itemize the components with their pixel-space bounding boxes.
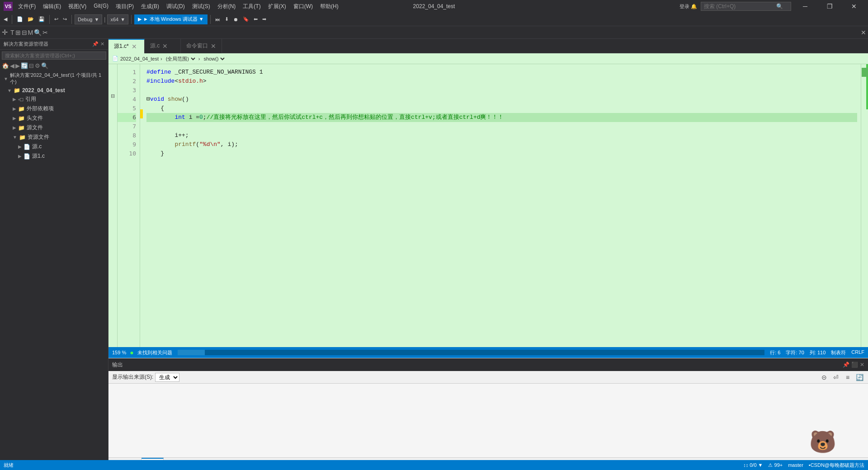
warnings-badge[interactable]: ⚠ 99+ <box>768 462 783 468</box>
output-float-icon[interactable]: ⬛ <box>851 362 858 368</box>
code-editor[interactable]: ⊟ 1 2 3 4 5 6 7 8 9 10 <box>108 64 868 347</box>
horizontal-scrollbar[interactable] <box>178 350 765 355</box>
sb-icon-home[interactable]: 🏠 <box>2 62 9 69</box>
debug-config-dropdown[interactable]: Debug ▼ <box>75 14 102 24</box>
tab-yuan[interactable]: 源.c ✕ <box>145 39 181 53</box>
tb-nav2[interactable]: ➡ <box>260 15 268 23</box>
tree-references[interactable]: ▶ ◦□ 引用 <box>0 94 108 104</box>
tb-undo[interactable]: ↩ <box>52 15 60 23</box>
search-input[interactable] <box>704 3 776 9</box>
breadcrumb-symbol-select[interactable]: show() <box>202 56 226 62</box>
tb-breakpoint[interactable]: ⏺ <box>231 16 240 23</box>
close-button[interactable]: ✕ <box>844 0 864 13</box>
yuan-icon: 📄 <box>24 144 30 150</box>
tab-cmd-close[interactable]: ✕ <box>211 42 216 50</box>
tree-external-deps[interactable]: ▶ 📁 外部依赖项 <box>0 104 108 113</box>
menu-window[interactable]: 窗口(W) <box>290 1 316 12</box>
menu-tools[interactable]: 工具(T) <box>239 1 264 12</box>
tb-new[interactable]: 📄 <box>15 15 25 23</box>
tb-step-into[interactable]: ⬇ <box>223 15 231 23</box>
tb2-icon2[interactable]: T <box>10 29 14 36</box>
tb-step-over[interactable]: ⏭ <box>213 16 222 23</box>
menu-extensions[interactable]: 扩展(X) <box>264 1 290 12</box>
menu-test[interactable]: 测试(S) <box>189 1 214 12</box>
scroll-thumb[interactable] <box>178 350 205 355</box>
tab-yuan1[interactable]: 源1.c* ✕ <box>108 39 145 53</box>
fold-indicator4[interactable]: ⊟ <box>108 91 117 100</box>
code-str-9: "%d\n" <box>199 140 221 149</box>
sidebar-close-icon[interactable]: ✕ <box>100 41 104 47</box>
sb-icon-settings[interactable]: ⚙ <box>35 62 40 69</box>
tb2-icon6[interactable]: 🔍 <box>34 29 42 36</box>
menu-analyze[interactable]: 分析(N) <box>214 1 240 12</box>
restore-button[interactable]: ❐ <box>819 0 840 13</box>
menu-edit[interactable]: 编辑(E) <box>39 1 65 12</box>
zoom-level[interactable]: 159 % <box>112 350 126 355</box>
output-clear-btn[interactable]: ⊝ <box>819 372 829 382</box>
tb-redo[interactable]: ↪ <box>61 15 69 23</box>
tab-yuan1-close[interactable]: ✕ <box>132 43 137 50</box>
sb-icon-back[interactable]: ◀ <box>10 62 14 69</box>
counter-badge[interactable]: ↕↕ 0/0 ▼ <box>743 462 763 468</box>
tree-headers[interactable]: ▶ 📁 头文件 <box>0 113 108 123</box>
login-text[interactable]: 登录 🔔 <box>679 3 697 10</box>
sb-icon-forward[interactable]: ▶ <box>15 62 20 69</box>
line-ending-info[interactable]: CRLF <box>851 349 864 356</box>
sb-icon-collapse[interactable]: ⊟ <box>29 62 34 69</box>
output-copy-btn[interactable]: ≡ <box>843 372 853 382</box>
code-text-8: i++; <box>146 131 189 140</box>
fold-empty5 <box>108 100 117 109</box>
output-source-select[interactable]: 生成 调试 <box>155 373 179 382</box>
branch-label[interactable]: master <box>788 462 803 468</box>
code-content[interactable]: #define _CRT_SECURE_NO_WARNINGS 1 #inclu… <box>143 64 861 347</box>
tb2-icon4[interactable]: ⊟ <box>22 29 27 36</box>
col-info: 列: 110 <box>810 349 826 356</box>
global-statusbar: 就绪 ↕↕ 0/0 ▼ ⚠ 99+ master •CSDN@每晚都破题方法 <box>0 460 868 470</box>
tb2-icon7[interactable]: ✂ <box>42 29 48 36</box>
output-header-controls: 📌 ⬛ ✕ <box>843 362 864 368</box>
run-button[interactable]: ▶ ► 本地 Windows 调试器 ▼ <box>134 14 208 24</box>
output-wrap-btn[interactable]: ⏎ <box>831 372 841 382</box>
tree-solution[interactable]: ▼ 解决方案'2022_04_04_test'(1 个项目/共 1 个) <box>0 71 108 86</box>
format-info[interactable]: 制表符 <box>831 349 846 356</box>
tb2-icon1[interactable]: ✛ <box>2 28 8 37</box>
tab-cmd[interactable]: 命令窗口 ✕ <box>181 39 222 53</box>
tb2-icon3[interactable]: ⊞ <box>15 29 21 36</box>
menu-file[interactable]: 文件(F) <box>14 1 39 12</box>
output-close-icon[interactable]: ✕ <box>860 362 864 368</box>
code-text-6c: ; <box>203 113 207 122</box>
platform-dropdown[interactable]: x64 ▼ <box>107 14 128 24</box>
minimize-button[interactable]: ─ <box>795 0 816 13</box>
code-text-2b: > <box>203 77 207 86</box>
tree-src-folder[interactable]: ▶ 📁 源文件 <box>0 123 108 132</box>
tb-bookmark[interactable]: 🔖 <box>241 15 251 23</box>
menu-project[interactable]: 项目(P) <box>112 1 137 12</box>
output-pin-icon[interactable]: 📌 <box>843 362 849 368</box>
menu-help[interactable]: 帮助(H) <box>316 1 342 12</box>
output-panel: 输出 📌 ⬛ ✕ 显示输出来源(S): 生成 调试 ⊝ ⏎ <box>108 358 868 457</box>
sb-icon-sync[interactable]: 🔄 <box>21 62 28 69</box>
tree-project[interactable]: ▼ 📁 2022_04_04_test <box>0 86 108 94</box>
tab-yuan-close[interactable]: ✕ <box>162 42 168 50</box>
tb-nav1[interactable]: ⬅ <box>252 15 259 23</box>
menu-debug[interactable]: 调试(D) <box>163 1 189 12</box>
menu-git[interactable]: Git(G) <box>90 1 112 12</box>
menu-view[interactable]: 视图(V) <box>65 1 90 12</box>
right-scroll-gutter[interactable] <box>861 64 868 347</box>
tb2-close[interactable]: ✕ <box>861 29 866 36</box>
menu-build[interactable]: 生成(B) <box>137 1 163 12</box>
tree-res-folder[interactable]: ▼ 📁 资源文件 <box>0 132 108 142</box>
code-num-6: 0 <box>199 113 203 122</box>
sb-icon-search[interactable]: 🔍 <box>41 62 48 69</box>
sidebar-pin-icon[interactable]: 📌 <box>92 41 99 47</box>
breadcrumb-scope-select[interactable]: (全局范围) <box>164 56 197 62</box>
output-settings-btn[interactable]: 🔄 <box>854 372 864 382</box>
tb-back[interactable]: ◀ <box>2 15 9 23</box>
tb-sep1 <box>12 15 12 24</box>
sidebar-search-input[interactable] <box>2 52 106 60</box>
tree-yuan-c[interactable]: ▶ 📄 源.c <box>0 142 108 151</box>
tb-save-all[interactable]: 💾 <box>37 15 47 23</box>
tb2-icon5[interactable]: M <box>28 29 33 36</box>
tb-open[interactable]: 📂 <box>26 15 36 23</box>
tree-yuan1-c[interactable]: ▶ 📄 源1.c <box>0 151 108 161</box>
